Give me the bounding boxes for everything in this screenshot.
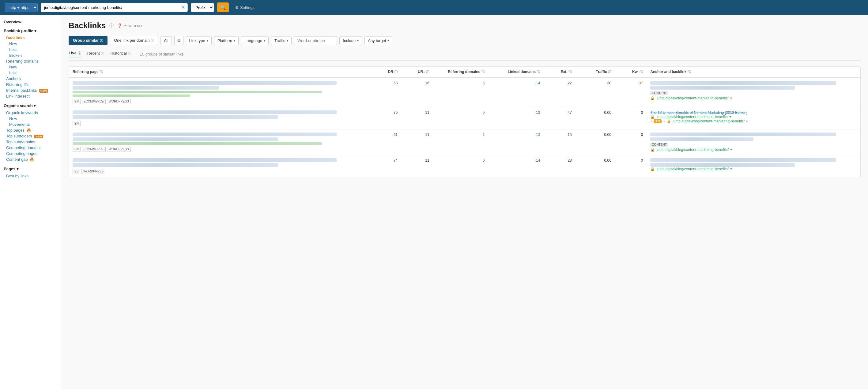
blur-line [72, 137, 278, 141]
cell-ref-domains-1[interactable]: 6 [433, 78, 489, 107]
search-button[interactable]: 🔍 [217, 2, 229, 12]
info-referring-page[interactable]: ⓘ [99, 70, 103, 74]
all-button[interactable]: All [160, 36, 172, 45]
one-link-per-domain-button[interactable]: One link per domain ⓘ [110, 36, 158, 45]
how-to-use-link[interactable]: ❓ How to use [117, 23, 143, 28]
info-kw[interactable]: ⓘ [640, 70, 643, 74]
url-input[interactable] [41, 3, 188, 12]
anchor-url-1[interactable]: junto.digital/blog/content-marketing-ben… [657, 96, 728, 100]
tag-row-1: EN ECOMMERCE WORDPRESS [72, 99, 366, 104]
info-icon-historical: ⓘ [128, 52, 131, 55]
platform-dropdown[interactable]: Platform ▾ [214, 36, 239, 45]
info-ref-domains[interactable]: ⓘ [482, 70, 485, 74]
info-dr[interactable]: ⓘ [394, 70, 398, 74]
sidebar-item-top-subdomains[interactable]: Top subdomains [4, 139, 57, 145]
sidebar-item-lost[interactable]: Lost [4, 47, 57, 52]
cell-ref-domains-4[interactable]: 0 [433, 155, 489, 177]
link-type-dropdown[interactable]: Link type ▾ [186, 36, 212, 45]
col-dr: DR ⓘ [370, 66, 401, 78]
chevron-down-icon-3[interactable]: ▾ [730, 147, 732, 152]
cell-dr-3: 61 [370, 130, 401, 155]
cell-ref-domains-3[interactable]: 1 [433, 130, 489, 155]
url-input-wrap: ✕ [41, 3, 188, 12]
tag-row-4: ES WORDPRESS [72, 169, 366, 174]
info-anchor[interactable]: ⓘ [688, 70, 691, 74]
sidebar-item-competing-pages[interactable]: Competing pages [4, 150, 57, 157]
include-dropdown[interactable]: Include ▾ [339, 36, 362, 45]
chevron-down-icon-redirect[interactable]: ▾ [746, 119, 748, 123]
sidebar-item-referring-domains[interactable]: Referring domains [4, 58, 57, 64]
sidebar-item-lost-ref[interactable]: Lost [4, 70, 57, 76]
sidebar-item-competing-domains[interactable]: Competing domains [4, 145, 57, 150]
cell-linked-domains-1[interactable]: 14 [489, 78, 544, 107]
tab-recent[interactable]: Recent ⓘ [87, 51, 104, 57]
sidebar-item-organic-keywords[interactable]: Organic keywords [4, 110, 57, 116]
anchor-title-2[interactable]: The 13 Unique Benefits of Content Market… [650, 110, 747, 115]
word-phrase-input[interactable] [294, 36, 337, 45]
sidebar-item-new[interactable]: New [4, 41, 57, 47]
anchor-content-4: 🔒 junto.digital/blog/content-marketing-b… [650, 158, 857, 171]
tab-live[interactable]: Live ⓘ [69, 51, 81, 57]
chevron-down-icon-2[interactable]: ▾ [729, 115, 731, 119]
group-similar-button[interactable]: Group similar ⓘ [69, 36, 107, 45]
sidebar-item-best-by-links[interactable]: Best by links [4, 173, 57, 179]
tag-wordpress: WORDPRESS [107, 99, 131, 104]
info-ext[interactable]: ⓘ [568, 70, 572, 74]
cell-ref-domains-2[interactable]: 0 [433, 107, 489, 130]
blur-line-green [72, 94, 190, 97]
chevron-down-icon-4[interactable]: ▾ [730, 167, 732, 171]
language-dropdown[interactable]: Language ▾ [241, 36, 269, 45]
sidebar-item-broken[interactable]: Broken [4, 52, 57, 58]
any-target-dropdown[interactable]: Any target ▾ [365, 36, 392, 45]
traffic-dropdown[interactable]: Traffic ▾ [271, 36, 291, 45]
blur-line [72, 158, 337, 162]
sidebar-item-new-ref[interactable]: New [4, 64, 57, 70]
blur-line [650, 163, 795, 167]
tag-es: ES [72, 169, 80, 174]
info-icon[interactable]: ⓘ [109, 23, 114, 29]
chevron-language: ▾ [264, 39, 265, 42]
settings-link[interactable]: ⚙ Settings [235, 5, 254, 10]
sidebar-item-content-gap[interactable]: Content gap 🔥 [4, 157, 57, 162]
lock-icon-redirect: 🔒 [667, 119, 671, 123]
sidebar-item-top-pages[interactable]: Top pages 🔥 [4, 127, 57, 133]
gear-filter-button[interactable]: ⚙ [174, 36, 183, 45]
sidebar-item-top-subfolders[interactable]: Top subfolders NEW [4, 133, 57, 139]
lock-icon: 🔒 [650, 96, 655, 100]
sidebar-item-link-intersect[interactable]: Link intersect [4, 93, 57, 99]
tag-wordpress-4: WORDPRESS [82, 169, 105, 174]
info-traffic[interactable]: ⓘ [608, 70, 611, 74]
protocol-select[interactable]: http + https [5, 3, 38, 12]
col-referring-domains: Referring domains ⓘ [433, 66, 489, 78]
anchor-url-4[interactable]: junto.digital/blog/content-marketing-ben… [657, 167, 728, 171]
fire-icon: 🔥 [26, 128, 31, 133]
info-linked-domains[interactable]: ⓘ [537, 70, 540, 74]
mode-select[interactable]: Prefix [191, 3, 214, 12]
lock-icon-4: 🔒 [650, 167, 655, 171]
redirect-url-2[interactable]: junto.digital/blog/content-marketing-ben… [673, 119, 745, 123]
anchor-url-3[interactable]: junto.digital/blog/content-marketing-ben… [657, 147, 728, 152]
url-clear-icon[interactable]: ✕ [181, 5, 185, 10]
chevron-down-icon[interactable]: ▾ [730, 96, 732, 100]
sidebar-item-backlinks[interactable]: Backlinks [4, 35, 57, 41]
cell-linked-domains-2[interactable]: 12 [489, 107, 544, 130]
tab-historical[interactable]: Historical ⓘ [110, 51, 131, 57]
sidebar-item-referring-ips[interactable]: Referring IPs [4, 82, 57, 87]
anchor-url-2[interactable]: junto.digital/blog/content-marketing-ben… [657, 115, 728, 119]
redirect-info-2: ↳ 301 → 🔒 junto.digital/blog/content-mar… [650, 119, 857, 123]
sidebar-item-new-organic[interactable]: New [4, 116, 57, 121]
cell-linked-domains-3[interactable]: 13 [489, 130, 544, 155]
table-row: ES WORDPRESS 74 11 0 14 23 0.00 0 [69, 155, 860, 177]
sidebar-item-movements[interactable]: Movements [4, 121, 57, 127]
main-content: Backlinks ⓘ ❓ How to use Group similar ⓘ… [61, 15, 868, 389]
cell-ext-2: 47 [544, 107, 575, 130]
info-ur[interactable]: ⓘ [426, 70, 429, 74]
blurred-referring-4 [72, 158, 366, 167]
cell-dr-1: 68 [370, 78, 401, 107]
info-icon-recent: ⓘ [101, 52, 104, 55]
sidebar-item-internal-backlinks[interactable]: Internal backlinks NEW [4, 87, 57, 93]
blur-line [72, 86, 219, 90]
cell-linked-domains-4[interactable]: 14 [489, 155, 544, 177]
cell-anchor-4: 🔒 junto.digital/blog/content-marketing-b… [647, 155, 860, 177]
sidebar-item-anchors[interactable]: Anchors [4, 76, 57, 82]
